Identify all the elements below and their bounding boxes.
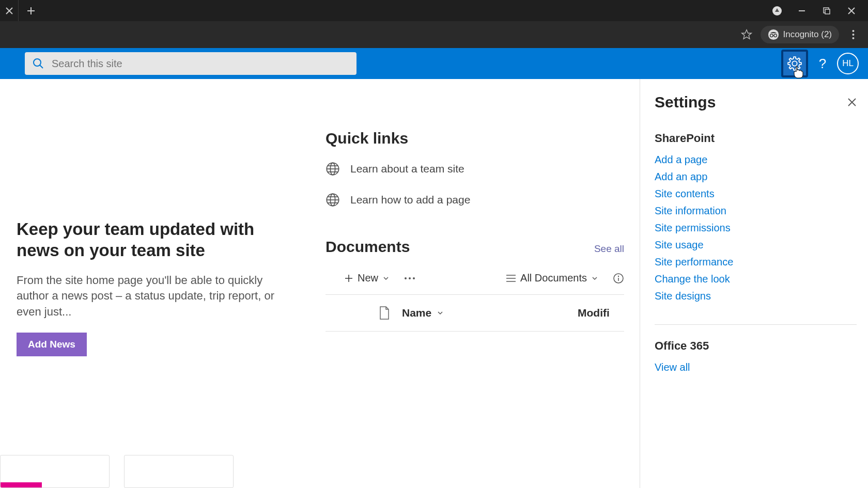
- news-description: From the site home page you'll be able t…: [17, 273, 295, 320]
- settings-panel: Settings SharePoint Add a page Add an ap…: [640, 79, 868, 488]
- news-card[interactable]: [124, 455, 234, 488]
- svg-point-16: [413, 277, 415, 279]
- settings-link-site-performance[interactable]: Site performance: [655, 254, 857, 271]
- svg-point-18: [618, 275, 619, 276]
- svg-point-15: [409, 277, 411, 279]
- info-button[interactable]: [613, 273, 624, 284]
- settings-close-button[interactable]: [847, 98, 857, 107]
- chevron-down-icon: [437, 309, 444, 317]
- documents-column-headers: Name Modifi: [326, 295, 624, 332]
- settings-gear-button[interactable]: [781, 50, 808, 77]
- browser-address-bar: Incognito (2): [0, 21, 868, 48]
- quick-link-item[interactable]: Learn about a team site: [326, 162, 624, 176]
- settings-link-view-all[interactable]: View all: [655, 359, 857, 376]
- documents-toolbar: New All Documents: [326, 266, 624, 295]
- settings-link-change-look[interactable]: Change the look: [655, 271, 857, 288]
- news-card[interactable]: [0, 455, 110, 488]
- chevron-down-icon: [591, 275, 598, 282]
- search-input[interactable]: [52, 58, 349, 70]
- browser-tab-strip: [0, 0, 868, 21]
- settings-link-site-permissions[interactable]: Site permissions: [655, 219, 857, 237]
- view-selector[interactable]: All Documents: [506, 272, 598, 284]
- bookmark-star-icon[interactable]: [740, 28, 753, 41]
- settings-link-add-app[interactable]: Add an app: [655, 168, 857, 185]
- settings-group-sharepoint: SharePoint: [655, 132, 857, 145]
- quick-link-item[interactable]: Learn how to add a page: [326, 193, 624, 207]
- svg-point-9: [34, 59, 41, 66]
- svg-point-8: [852, 37, 854, 39]
- settings-link-site-contents[interactable]: Site contents: [655, 185, 857, 202]
- svg-point-14: [405, 277, 407, 279]
- more-actions-button[interactable]: [404, 277, 415, 280]
- documents-see-all-link[interactable]: See all: [594, 243, 624, 255]
- user-avatar[interactable]: HL: [837, 53, 859, 74]
- svg-point-6: [852, 30, 854, 32]
- sharepoint-suite-bar: ? HL: [0, 48, 868, 79]
- svg-point-7: [852, 34, 854, 36]
- browser-menu-icon[interactable]: [846, 28, 860, 41]
- incognito-label: Incognito (2): [783, 29, 832, 40]
- ellipsis-icon: [404, 277, 415, 280]
- quick-links-heading: Quick links: [326, 130, 624, 147]
- info-icon: [613, 273, 624, 284]
- search-icon: [32, 57, 44, 70]
- globe-icon: [326, 193, 340, 207]
- plus-icon: [344, 274, 353, 283]
- settings-link-add-page[interactable]: Add a page: [655, 151, 857, 168]
- column-header-name[interactable]: Name: [402, 307, 578, 319]
- close-icon: [847, 98, 857, 107]
- close-window-button[interactable]: [846, 6, 857, 16]
- svg-rect-2: [825, 9, 830, 14]
- minimize-button[interactable]: [797, 6, 807, 16]
- maximize-button[interactable]: [822, 6, 832, 16]
- cursor-pointer-icon: [793, 65, 804, 78]
- globe-icon: [326, 162, 340, 176]
- search-box[interactable]: [25, 52, 357, 75]
- tab-close-button[interactable]: [0, 0, 19, 21]
- news-heading: Keep your team updated with news on your…: [17, 218, 295, 261]
- file-icon: [379, 306, 390, 320]
- list-view-icon: [506, 274, 516, 282]
- quick-link-label: Learn about a team site: [350, 163, 464, 175]
- settings-link-site-usage[interactable]: Site usage: [655, 237, 857, 254]
- settings-panel-title: Settings: [655, 93, 716, 111]
- add-news-button[interactable]: Add News: [17, 333, 87, 356]
- svg-point-3: [768, 29, 778, 40]
- incognito-indicator[interactable]: Incognito (2): [761, 26, 840, 43]
- quick-link-label: Learn how to add a page: [350, 194, 470, 206]
- chevron-down-icon: [382, 275, 390, 282]
- settings-link-site-information[interactable]: Site information: [655, 202, 857, 219]
- settings-group-office365: Office 365: [655, 339, 857, 353]
- help-button[interactable]: ?: [812, 53, 833, 74]
- column-header-modified[interactable]: Modifi: [578, 307, 624, 319]
- new-tab-button[interactable]: [19, 6, 43, 15]
- new-document-button[interactable]: New: [344, 272, 390, 284]
- settings-link-site-designs[interactable]: Site designs: [655, 288, 857, 305]
- documents-heading: Documents: [326, 238, 410, 256]
- profile-icon[interactable]: [772, 6, 782, 16]
